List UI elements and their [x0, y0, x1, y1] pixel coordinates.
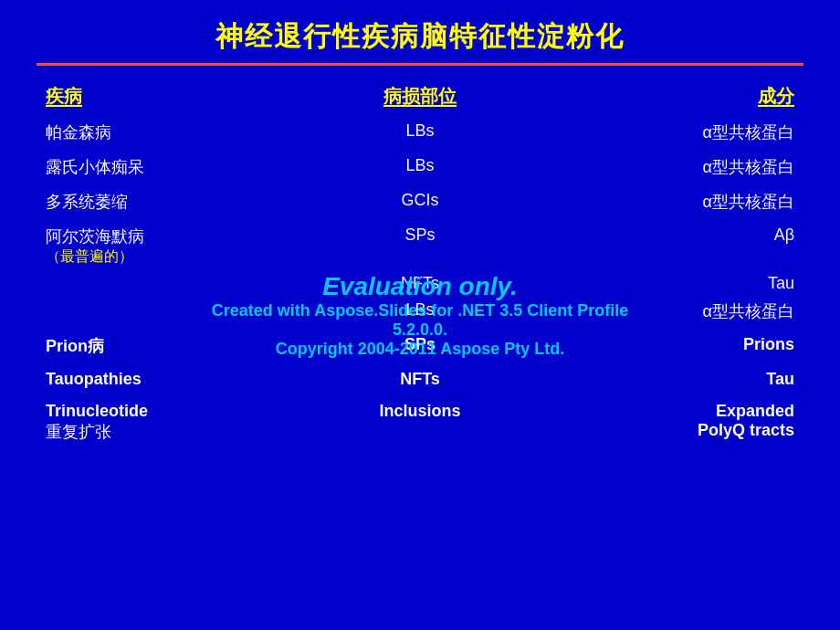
table-row: 露氏小体痴呆 LBs α型共核蛋白: [37, 152, 803, 182]
row6-col3: Prions: [570, 335, 794, 354]
row1-col1: 露氏小体痴呆: [46, 156, 270, 178]
row8-col3: Expanded PolyQ tracts: [570, 402, 794, 440]
row7-col2: NFTs: [289, 370, 551, 389]
row0-col2: LBs: [289, 121, 551, 141]
row4-col3: Tau: [570, 274, 794, 293]
row7-col3: Tau: [570, 370, 794, 389]
table-row: 多系统萎缩 GCIs α型共核蛋白: [37, 187, 803, 216]
row8-col2: Inclusions: [289, 402, 551, 421]
row2-col1: 多系统萎缩: [46, 191, 270, 213]
slide-title: 神经退行性疾病脑特征性淀粉化: [27, 18, 813, 56]
row2-col3: α型共核蛋白: [570, 191, 794, 213]
row0-col1: 帕金森病: [46, 121, 270, 143]
slide-container: 神经退行性疾病脑特征性淀粉化 疾病 病损部位 成分 帕金森病 LBs α型共核蛋…: [0, 0, 840, 630]
content-table: 疾病 病损部位 成分 帕金森病 LBs α型共核蛋白 露氏小体痴呆 LBs α型…: [27, 84, 813, 446]
row2-col2: GCIs: [289, 191, 551, 210]
row3-col2: SPs: [289, 226, 551, 245]
row1-col2: LBs: [289, 156, 551, 175]
table-header-row: 疾病 病损部位 成分: [37, 84, 803, 109]
header-disease: 疾病: [46, 84, 270, 109]
row8-col1: Trinucleotide 重复扩张: [46, 402, 270, 443]
title-divider: [37, 63, 803, 66]
table-row: NFTs Tau: [37, 270, 803, 297]
row5-col2: LBs: [289, 300, 551, 320]
row7-col1: Tauopathies: [46, 370, 270, 389]
row0-col3: α型共核蛋白: [570, 121, 794, 143]
row6-col2: SPs: [289, 335, 551, 354]
table-row: 帕金森病 LBs α型共核蛋白: [37, 118, 803, 147]
row6-col1: Prion病: [46, 335, 270, 357]
row3-col1: 阿尔茨海默病 （最普遍的）: [46, 226, 270, 267]
header-component: 成分: [570, 84, 794, 109]
table-row: 阿尔茨海默病 （最普遍的） SPs Aβ: [37, 222, 803, 270]
table-row: Tauopathies NFTs Tau: [37, 366, 803, 393]
header-location: 病损部位: [289, 84, 551, 109]
table-row: Trinucleotide 重复扩张 Inclusions Expanded P…: [37, 398, 803, 446]
table-row: LBs α型共核蛋白: [37, 297, 803, 326]
row5-col3: α型共核蛋白: [570, 300, 794, 322]
table-row: Prion病 SPs Prions: [37, 331, 803, 361]
row4-col2: NFTs: [289, 274, 551, 293]
row1-col3: α型共核蛋白: [570, 156, 794, 178]
row3-col3: Aβ: [570, 226, 794, 245]
